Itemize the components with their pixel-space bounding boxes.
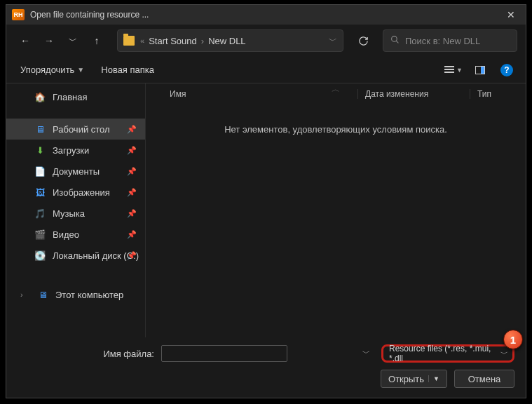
svg-point-0 bbox=[392, 36, 397, 42]
address-dropdown-icon[interactable]: ﹀ bbox=[329, 35, 337, 47]
pin-icon: 📌 bbox=[127, 188, 137, 197]
chevron-down-icon[interactable]: ﹀ bbox=[362, 348, 370, 358]
breadcrumb-separator: › bbox=[201, 36, 204, 46]
desktop-icon: 🖥 bbox=[34, 123, 46, 135]
filename-label: Имя файла: bbox=[18, 349, 154, 359]
view-mode-button[interactable]: ▼ bbox=[443, 60, 464, 80]
column-header-date[interactable]: Дата изменения bbox=[357, 89, 470, 99]
sidebar-item-label: Музыка bbox=[53, 208, 85, 219]
drive-icon: 💽 bbox=[34, 250, 46, 261]
chevron-down-icon: ﹀ bbox=[500, 349, 508, 359]
folder-icon bbox=[123, 36, 135, 46]
sidebar-item-video[interactable]: 🎬 Видео 📌 bbox=[6, 224, 145, 245]
pin-icon: 📌 bbox=[127, 251, 137, 260]
music-icon: 🎵 bbox=[34, 208, 46, 219]
annotation-callout-1: 1 bbox=[503, 330, 523, 349]
sidebar-item-label: Загрузки bbox=[53, 145, 89, 156]
chevron-right-icon: › bbox=[20, 290, 30, 299]
sidebar-item-label: Изображения bbox=[53, 187, 110, 198]
column-header-name[interactable]: Имя bbox=[163, 89, 357, 99]
preview-pane-icon bbox=[475, 66, 485, 74]
filename-input[interactable] bbox=[161, 345, 287, 362]
sidebar-item-pictures[interactable]: 🖼 Изображения 📌 bbox=[6, 182, 145, 203]
sidebar-item-music[interactable]: 🎵 Музыка 📌 bbox=[6, 203, 145, 224]
sidebar-item-home[interactable]: 🏠 Главная bbox=[6, 86, 145, 107]
filter-selected-label: Resource files (*.res, *.mui, *.dll bbox=[389, 344, 498, 363]
body-area: 🏠 Главная 🖥 Рабочий стол 📌 ⬇ Загрузки 📌 … bbox=[6, 83, 526, 337]
breadcrumb-current[interactable]: New DLL bbox=[208, 36, 245, 46]
search-icon bbox=[390, 35, 400, 46]
search-placeholder: Поиск в: New DLL bbox=[405, 36, 480, 46]
help-button[interactable]: ? bbox=[496, 60, 517, 80]
dialog-buttons: Открыть▼ Отмена bbox=[18, 370, 514, 388]
open-button[interactable]: Открыть▼ bbox=[381, 370, 447, 388]
new-folder-button[interactable]: Новая папка bbox=[95, 60, 160, 80]
back-button[interactable]: ← bbox=[15, 30, 36, 51]
sidebar-item-desktop[interactable]: 🖥 Рабочий стол 📌 bbox=[6, 119, 145, 140]
pin-icon: 📌 bbox=[127, 209, 137, 218]
sidebar-item-label: Главная bbox=[53, 92, 87, 102]
close-button[interactable]: ✕ bbox=[496, 5, 526, 25]
list-view-icon bbox=[444, 66, 454, 74]
sidebar-item-downloads[interactable]: ⬇ Загрузки 📌 bbox=[6, 140, 145, 161]
footer: Имя файла: ﹀ Resource files (*.res, *.mu… bbox=[6, 337, 526, 398]
pin-icon: 📌 bbox=[127, 230, 137, 239]
sidebar-item-label: Рабочий стол bbox=[53, 124, 110, 135]
address-bar[interactable]: « Start Sound › New DLL ﹀ bbox=[117, 29, 343, 52]
cancel-button[interactable]: Отмена bbox=[454, 370, 514, 388]
navigation-row: ← → ﹀ ↑ « Start Sound › New DLL ﹀ Поиск … bbox=[6, 25, 526, 57]
svg-line-1 bbox=[396, 41, 398, 43]
sidebar-item-this-pc[interactable]: › 🖥 Этот компьютер bbox=[6, 284, 145, 305]
up-button[interactable]: ↑ bbox=[86, 30, 107, 51]
video-icon: 🎬 bbox=[34, 229, 46, 240]
downloads-icon: ⬇ bbox=[34, 144, 46, 156]
refresh-button[interactable] bbox=[352, 29, 374, 52]
forward-button[interactable]: → bbox=[39, 30, 60, 51]
history-button[interactable]: ﹀ bbox=[62, 30, 83, 51]
window-title: Open file containing resource ... bbox=[30, 10, 496, 20]
empty-folder-message: Нет элементов, удовлетворяющих условиям … bbox=[146, 105, 526, 154]
sidebar: 🏠 Главная 🖥 Рабочий стол 📌 ⬇ Загрузки 📌 … bbox=[6, 83, 146, 337]
file-type-filter-dropdown[interactable]: Resource files (*.res, *.mui, *.dll ﹀ bbox=[381, 344, 514, 363]
help-icon: ? bbox=[500, 64, 513, 76]
pin-icon: 📌 bbox=[127, 125, 137, 134]
open-file-dialog: RH Open file containing resource ... ✕ ←… bbox=[6, 4, 526, 398]
documents-icon: 📄 bbox=[34, 166, 46, 177]
sidebar-item-label: Этот компьютер bbox=[55, 290, 123, 300]
filename-row: Имя файла: ﹀ Resource files (*.res, *.mu… bbox=[18, 344, 514, 363]
breadcrumb-parent[interactable]: Start Sound bbox=[149, 36, 197, 46]
pin-icon: 📌 bbox=[127, 167, 137, 176]
home-icon: 🏠 bbox=[34, 91, 46, 102]
sidebar-item-documents[interactable]: 📄 Документы 📌 bbox=[6, 161, 145, 182]
sidebar-item-label: Локальный диск (C:) bbox=[53, 250, 139, 261]
title-bar: RH Open file containing resource ... ✕ bbox=[6, 5, 526, 25]
pictures-icon: 🖼 bbox=[34, 187, 46, 198]
computer-icon: 🖥 bbox=[37, 289, 48, 300]
toolbar: Упорядочить▼ Новая папка ▼ ? bbox=[6, 57, 526, 83]
sidebar-item-label: Видео bbox=[53, 229, 79, 240]
file-list-area: ︿ Имя Дата изменения Тип Нет элементов, … bbox=[146, 83, 526, 337]
search-box[interactable]: Поиск в: New DLL bbox=[383, 29, 517, 52]
column-header-type[interactable]: Тип bbox=[470, 89, 526, 99]
preview-pane-button[interactable] bbox=[470, 60, 491, 80]
app-icon: RH bbox=[12, 9, 25, 20]
path-prefix-icon: « bbox=[140, 36, 144, 45]
organize-button[interactable]: Упорядочить▼ bbox=[15, 60, 90, 80]
sidebar-item-local-disk[interactable]: 💽 Локальный диск (C:) 📌 bbox=[6, 245, 145, 266]
sidebar-item-label: Документы bbox=[53, 166, 100, 177]
pin-icon: 📌 bbox=[127, 146, 137, 155]
